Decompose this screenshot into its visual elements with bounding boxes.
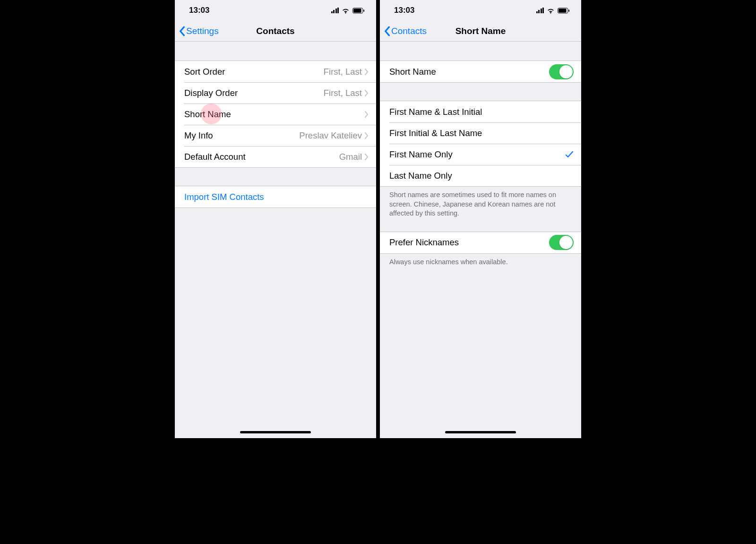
option-last-name-only[interactable]: Last Name Only: [380, 165, 581, 186]
wifi-icon: [342, 8, 350, 14]
cell-label: Prefer Nicknames: [389, 237, 459, 248]
svg-rect-4: [558, 9, 567, 12]
cell-label: First Name Only: [389, 149, 453, 160]
nickname-group: Prefer Nicknames: [380, 232, 581, 254]
back-label: Contacts: [391, 26, 427, 36]
short-name-toggle-row: Short Name: [380, 61, 581, 82]
display-order-row[interactable]: Display Order First, Last: [175, 82, 376, 104]
wifi-icon: [547, 8, 555, 14]
import-group: Import SIM Contacts: [175, 186, 376, 208]
short-name-toggle[interactable]: [549, 64, 574, 79]
back-label: Settings: [186, 26, 219, 36]
prefer-nicknames-row: Prefer Nicknames: [380, 232, 581, 253]
cell-label: My Info: [184, 130, 213, 141]
back-button[interactable]: Contacts: [384, 26, 427, 36]
nickname-footer: Always use nicknames when available.: [380, 254, 581, 267]
cell-label: Short Name: [184, 109, 231, 120]
home-indicator[interactable]: [445, 431, 516, 433]
chevron-left-icon: [384, 26, 390, 36]
chevron-right-icon: [365, 90, 369, 96]
sort-order-row[interactable]: Sort Order First, Last: [175, 61, 376, 82]
settings-group: Sort Order First, Last Display Order Fir…: [175, 60, 376, 168]
status-bar: 13:03: [175, 0, 376, 21]
cell-label: Display Order: [184, 88, 238, 98]
cell-value: Gmail: [339, 152, 362, 162]
cell-label: Last Name Only: [389, 171, 452, 181]
svg-rect-1: [353, 9, 361, 12]
cell-label: Short Name: [389, 67, 436, 77]
chevron-left-icon: [179, 26, 185, 36]
nav-bar: Contacts Short Name: [380, 21, 581, 42]
home-indicator[interactable]: [240, 431, 311, 433]
chevron-right-icon: [365, 111, 369, 118]
nav-bar: Settings Contacts: [175, 21, 376, 42]
svg-rect-5: [568, 9, 569, 12]
short-name-toggle-group: Short Name: [380, 60, 581, 83]
cell-label: First Initial & Last Name: [389, 128, 482, 138]
default-account-row[interactable]: Default Account Gmail: [175, 146, 376, 167]
battery-icon: [352, 8, 365, 14]
chevron-right-icon: [365, 132, 369, 139]
status-time: 13:03: [394, 6, 414, 15]
chevron-right-icon: [365, 154, 369, 160]
battery-icon: [558, 8, 570, 14]
back-button[interactable]: Settings: [179, 26, 219, 36]
status-bar: 13:03: [380, 0, 581, 21]
cellular-icon: [331, 8, 339, 13]
cell-label: Import SIM Contacts: [184, 192, 264, 202]
cell-label: Default Account: [184, 152, 246, 162]
options-footer: Short names are sometimes used to fit mo…: [380, 187, 581, 218]
prefer-nicknames-toggle[interactable]: [549, 235, 574, 250]
cell-label: Sort Order: [184, 67, 225, 77]
cell-value: Preslav Kateliev: [299, 130, 362, 141]
option-first-name-only[interactable]: First Name Only: [380, 144, 581, 165]
cell-value: First, Last: [324, 67, 362, 77]
cellular-icon: [536, 8, 544, 13]
checkmark-icon: [565, 150, 574, 159]
status-time: 13:03: [189, 6, 209, 15]
short-name-row[interactable]: Short Name: [175, 104, 376, 125]
svg-rect-2: [363, 9, 364, 12]
option-first-initial-last[interactable]: First Initial & Last Name: [380, 122, 581, 144]
cell-value: First, Last: [324, 88, 362, 98]
option-first-last-initial[interactable]: First Name & Last Initial: [380, 101, 581, 122]
status-icons: [536, 8, 570, 14]
import-sim-contacts-button[interactable]: Import SIM Contacts: [175, 186, 376, 207]
short-name-settings-screen: 13:03 Contacts Short Name Short Name Fir…: [380, 0, 581, 438]
short-name-options-group: First Name & Last Initial First Initial …: [380, 101, 581, 187]
chevron-right-icon: [365, 69, 369, 75]
my-info-row[interactable]: My Info Preslav Kateliev: [175, 125, 376, 146]
cell-label: First Name & Last Initial: [389, 107, 482, 117]
contacts-settings-screen: 13:03 Settings Contacts Sort Order First…: [175, 0, 376, 438]
status-icons: [331, 8, 365, 14]
